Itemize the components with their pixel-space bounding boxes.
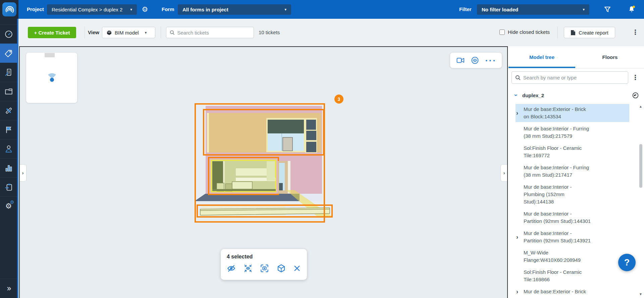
- ticket-search-input[interactable]: [177, 30, 251, 36]
- bim-viewport[interactable]: • • •: [19, 46, 508, 298]
- expand-chevron-icon[interactable]: ›: [516, 288, 524, 295]
- minimap-card[interactable]: [26, 53, 77, 103]
- user-icon: [4, 144, 13, 153]
- caret-down-icon: ▾: [145, 31, 147, 35]
- left-panel-expand-tab[interactable]: ›: [19, 164, 26, 182]
- project-settings-gear-icon[interactable]: ⚙: [140, 0, 150, 19]
- panel-more-menu[interactable]: ⋮: [632, 74, 639, 81]
- model-tree-item[interactable]: Mur de base:Interior - Furring(38 mm Stu…: [516, 123, 629, 141]
- tree-item-label: M_W-WideFlange:W410X60:208949: [524, 249, 581, 264]
- tree-item-label: Mur de base:Interior - Furring(38 mm Stu…: [524, 164, 589, 179]
- building-section-model[interactable]: [188, 94, 345, 228]
- more-ellipsis-icon[interactable]: • • •: [485, 58, 495, 63]
- ticket-search: [166, 27, 254, 38]
- tree-item-label: Mur de base:Interior -Plumbing (152mmStu…: [524, 183, 572, 205]
- camera-icon[interactable]: [457, 57, 465, 64]
- create-ticket-button[interactable]: + Create Ticket: [28, 27, 76, 38]
- closet-upper[interactable]: [268, 120, 304, 135]
- tree-item-label: Sol:Finish Floor - CeramicTile:169772: [524, 144, 582, 159]
- project-dropdown-value: Residential Complex > duplex 2: [52, 7, 122, 12]
- hide-eye-off-icon[interactable]: [227, 264, 236, 273]
- scrollbar-thumb[interactable]: [639, 144, 642, 188]
- caret-down-icon: ▾: [125, 7, 132, 12]
- chevron-down-icon[interactable]: ›: [513, 92, 520, 98]
- notification-bell-icon[interactable]: [626, 0, 638, 19]
- sidebar-expand-button[interactable]: ››: [0, 279, 17, 298]
- clipboard-transfer-icon: [4, 183, 13, 191]
- create-report-button[interactable]: Create report: [564, 27, 615, 38]
- panel-tabs: Model tree Floors: [508, 46, 644, 68]
- left-sidebar: ⚙⚙ ››: [0, 0, 18, 298]
- model-tree-item[interactable]: M_W-WideFlange:W410X60:208949: [516, 247, 629, 265]
- chevron-right-icon: ›: [503, 170, 505, 176]
- model-tree-item[interactable]: Mur de base:Interior -Partition (92mm St…: [516, 208, 629, 227]
- close-x-icon[interactable]: [293, 264, 301, 272]
- divider: [161, 26, 161, 39]
- app-logo[interactable]: [2, 2, 16, 16]
- sidebar-item-team[interactable]: [0, 139, 17, 158]
- model-tree-item[interactable]: Mur de base:Interior - Furring(38 mm Stu…: [516, 162, 629, 180]
- hide-closed-tickets-checkbox[interactable]: [499, 29, 505, 35]
- sidebar-accent-strip: [17, 19, 18, 298]
- scroll-down-icon[interactable]: ▼: [639, 292, 643, 296]
- tree-item-label: Mur de base:Interior -Partition (92mm St…: [524, 210, 591, 225]
- right-panel-collapse-tab[interactable]: ›: [500, 164, 508, 182]
- caret-down-icon: ▾: [578, 7, 585, 12]
- model-tree-item[interactable]: Sol:Finish Floor - CeramicTile:169772: [516, 143, 629, 161]
- expand-chevron-icon[interactable]: ›: [516, 234, 524, 241]
- zoom-to-selection-icon[interactable]: [260, 264, 269, 273]
- model-tree-list: ›Mur de base:Exterior - Brickon Block:14…: [516, 104, 629, 298]
- tree-item-label: Mur de base:Interior -Partition (92mm St…: [524, 230, 591, 244]
- tree-root-row[interactable]: › duplex_2: [513, 91, 639, 100]
- form-label: Form: [162, 0, 174, 19]
- hide-closed-tickets-control: Hide closed tickets: [499, 29, 550, 35]
- search-icon: [515, 75, 521, 80]
- pdf-report-icon: [571, 30, 576, 36]
- form-dropdown[interactable]: All forms in project ▾: [178, 4, 291, 15]
- selected-count: 4 selected: [227, 254, 301, 260]
- tree-item-label: Mur de base:Exterior - Brick: [524, 288, 586, 295]
- tab-model-tree[interactable]: Model tree: [508, 46, 576, 68]
- tree-item-label: Mur de base:Exterior - Brickon Block:143…: [524, 106, 586, 120]
- sidebar-item-measure[interactable]: [0, 101, 17, 120]
- search-icon: [170, 30, 175, 35]
- model-tree-item[interactable]: Sol:Finish Floor - CeramicTile:169866: [516, 267, 629, 285]
- sidebar-item-documents[interactable]: [0, 82, 17, 101]
- project-dropdown[interactable]: Residential Complex > duplex 2 ▾: [47, 4, 137, 15]
- closet-door-beige[interactable]: [283, 137, 292, 151]
- steel-beam[interactable]: [200, 208, 330, 215]
- scroll-up-icon[interactable]: ▲: [639, 105, 643, 108]
- model-search: [512, 71, 628, 84]
- model-tree-item[interactable]: ›Mur de base:Interior -Partition (92mm S…: [516, 228, 629, 246]
- visibility-eye-icon[interactable]: [632, 92, 639, 99]
- filter-dropdown[interactable]: No filter loaded ▾: [477, 4, 589, 15]
- cube-3d-icon[interactable]: [277, 264, 286, 273]
- tickets-toolbar: + Create Ticket View BIM model ▾ 10 tick…: [18, 19, 644, 46]
- sidebar-item-settings[interactable]: ⚙⚙: [0, 196, 17, 216]
- divider: [557, 26, 558, 39]
- filter-dropdown-value: No filter loaded: [482, 7, 518, 12]
- sidebar-item-dashboard[interactable]: [0, 24, 17, 44]
- isolate-eye-icon[interactable]: [244, 264, 253, 273]
- view-label: View: [88, 27, 99, 38]
- filter-funnel-icon[interactable]: [601, 0, 613, 19]
- view-mode-dropdown[interactable]: BIM model ▾: [102, 27, 155, 38]
- help-button[interactable]: ?: [618, 254, 636, 271]
- divider: [85, 26, 85, 39]
- sidebar-item-reports[interactable]: [0, 63, 17, 82]
- tree-item-label: Sol:Finish Floor - CeramicTile:169866: [524, 269, 582, 283]
- model-tree-item[interactable]: ›Mur de base:Exterior - Brick: [516, 286, 629, 297]
- sidebar-item-analytics[interactable]: [0, 158, 17, 177]
- project-label: Project: [27, 0, 44, 19]
- visibility-eye-icon[interactable]: [471, 56, 479, 64]
- expand-chevron-icon[interactable]: ›: [516, 110, 524, 117]
- sidebar-item-milestones[interactable]: [0, 120, 17, 139]
- model-tree-item[interactable]: ›Mur de base:Exterior - Brickon Block:14…: [516, 104, 629, 122]
- model-tree-item[interactable]: Mur de base:Interior -Plumbing (152mmStu…: [516, 182, 629, 207]
- toolbar-more-menu[interactable]: ⋮: [632, 29, 639, 36]
- model-search-input[interactable]: [523, 75, 625, 80]
- tab-floors[interactable]: Floors: [576, 46, 644, 68]
- sidebar-item-tickets[interactable]: [0, 44, 17, 63]
- measure-ruler-pencil-icon: [4, 106, 13, 115]
- sidebar-item-transfer[interactable]: [0, 177, 17, 196]
